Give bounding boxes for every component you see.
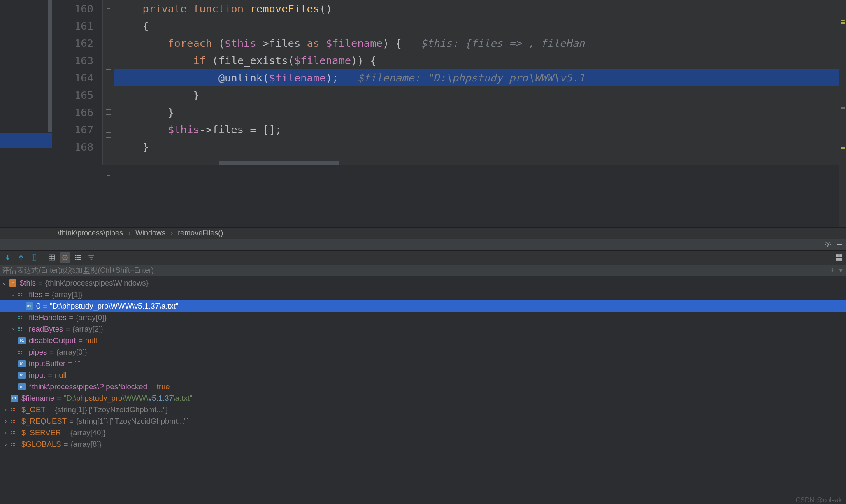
fold-column[interactable] (102, 0, 114, 165)
chevron-right-icon: › (128, 229, 130, 237)
svg-rect-36 (11, 408, 12, 409)
list-button[interactable] (73, 252, 84, 263)
var-get[interactable]: › $_GET = {string[1]} ["TzoyNzoidGhpbmt.… (0, 404, 846, 416)
code-editor[interactable]: 160 161 162 163 164 165 166 167 168 (52, 0, 846, 227)
svg-rect-33 (21, 351, 22, 352)
chevron-right-icon[interactable]: › (2, 430, 9, 436)
scalar-icon: 01 (11, 395, 18, 402)
gear-icon[interactable] (825, 241, 831, 248)
svg-rect-40 (11, 420, 12, 421)
fold-marker-icon[interactable] (106, 132, 111, 138)
code-line-162[interactable]: foreach ($this->files as $filename) { $t… (114, 35, 846, 52)
layout-icon[interactable] (835, 254, 843, 261)
svg-rect-22 (18, 295, 20, 296)
svg-point-11 (75, 255, 76, 256)
table-view-button[interactable] (46, 252, 57, 263)
debug-panel-header (0, 239, 846, 250)
chevron-down-icon[interactable]: ⌄ (10, 291, 16, 297)
svg-rect-19 (836, 258, 842, 261)
var-inputBuffer[interactable]: 01 inputBuffer = "" (0, 358, 846, 369)
code-line-163[interactable]: if (file_exists($filename)) { (114, 52, 846, 69)
svg-point-0 (827, 244, 829, 245)
svg-rect-44 (11, 431, 12, 432)
fold-marker-icon[interactable] (106, 109, 111, 115)
horizontal-scrollbar[interactable] (219, 161, 339, 165)
svg-rect-43 (13, 422, 15, 423)
svg-rect-28 (18, 327, 20, 329)
scalar-icon: 01 (18, 383, 26, 390)
gutter: 160 161 162 163 164 165 166 167 168 (52, 0, 102, 165)
chevron-right-icon[interactable]: › (2, 406, 9, 413)
object-icon: ≡ (9, 279, 16, 287)
target-button[interactable] (60, 252, 70, 263)
svg-rect-21 (21, 293, 22, 294)
var-fileHandles[interactable]: fileHandles = {array[0]} (0, 312, 846, 323)
fold-marker-icon[interactable] (106, 46, 111, 51)
chevron-right-icon[interactable]: › (2, 441, 9, 447)
svg-rect-1 (837, 244, 842, 245)
variables-panel[interactable]: ⌄ ≡ $this = {think\process\pipes\Windows… (0, 276, 846, 504)
breadcrumb[interactable]: \think\process\pipes › Windows › removeF… (0, 227, 846, 239)
svg-point-7 (64, 257, 65, 258)
var-input[interactable]: 01 input = null (0, 369, 846, 381)
breadcrumb-item[interactable]: Windows (135, 229, 165, 237)
code-line-160[interactable]: private function removeFiles() (114, 0, 846, 17)
scalar-icon: 01 (18, 337, 26, 344)
watermark: CSDN @coleak (796, 497, 842, 504)
svg-rect-46 (11, 433, 12, 434)
var-filename[interactable]: 01 $filename = "D:\phpstudy_pro\WWW\v5.1… (0, 393, 846, 404)
fold-marker-icon[interactable] (106, 69, 111, 74)
minimize-icon[interactable] (836, 241, 843, 248)
var-files-0[interactable]: 01 0 = "D:\phpstudy_pro\WWW\v5.1.37\a.tx… (0, 300, 846, 312)
svg-rect-50 (11, 445, 12, 446)
fold-marker-icon[interactable] (106, 6, 111, 11)
code-line-164-current[interactable]: @unlink($filename); $filename: "D:\phpst… (114, 69, 846, 86)
filter-button[interactable] (86, 252, 97, 263)
var-files[interactable]: ⌄ files = {array[1]} (0, 289, 846, 300)
breadcrumb-item[interactable]: \think\process\pipes (58, 229, 123, 237)
step-down-button[interactable] (2, 252, 13, 263)
svg-rect-18 (839, 254, 842, 257)
code-line-166[interactable]: } (114, 104, 846, 121)
code-line-168[interactable]: } (114, 138, 846, 156)
svg-rect-37 (13, 408, 15, 409)
array-icon (18, 325, 26, 333)
var-readBytes[interactable]: › readBytes = {array[2]} (0, 323, 846, 335)
var-pipes[interactable]: pipes = {array[0]} (0, 346, 846, 358)
add-icon[interactable]: + (831, 266, 835, 275)
var-server[interactable]: › $_SERVER = {array[40]} (0, 427, 846, 439)
cursor-button[interactable] (29, 252, 40, 263)
svg-rect-39 (13, 410, 15, 411)
scalar-icon: 01 (26, 302, 33, 310)
var-request[interactable]: › $_REQUEST = {string[1]} ["TzoyNzoidGhp… (0, 416, 846, 427)
var-disableOutput[interactable]: 01 disableOutput = null (0, 335, 846, 346)
step-up-button[interactable] (16, 252, 26, 263)
svg-rect-20 (18, 293, 20, 294)
chevron-right-icon[interactable]: › (10, 326, 16, 332)
svg-rect-23 (21, 295, 22, 296)
svg-rect-24 (18, 316, 20, 317)
svg-rect-35 (21, 353, 22, 354)
var-blocked[interactable]: 01 *think\process\pipes\Pipes*blocked = … (0, 381, 846, 393)
chevron-down-icon[interactable]: ⌄ (1, 280, 7, 286)
svg-rect-34 (18, 353, 20, 354)
fold-marker-icon[interactable] (106, 173, 111, 178)
evaluate-expression-bar[interactable]: 评估表达式(Enter)或添加监视(Ctrl+Shift+Enter) + ▾ (0, 265, 846, 276)
svg-rect-27 (21, 318, 22, 319)
chevron-right-icon[interactable]: › (2, 418, 9, 424)
array-icon (11, 406, 18, 413)
project-sidebar[interactable] (0, 0, 52, 227)
breadcrumb-item[interactable]: removeFiles() (178, 229, 223, 237)
sidebar-scrollbar[interactable] (48, 0, 52, 132)
svg-point-12 (75, 257, 76, 258)
code-line-167[interactable]: $this->files = []; (114, 121, 846, 138)
dropdown-icon[interactable]: ▾ (839, 266, 843, 275)
var-globals[interactable]: › $GLOBALS = {array[8]} (0, 439, 846, 450)
code-text-area[interactable]: private function removeFiles() { foreach… (114, 0, 846, 165)
code-line-165[interactable]: } (114, 86, 846, 104)
minimap[interactable] (839, 0, 846, 227)
var-this[interactable]: ⌄ ≡ $this = {think\process\pipes\Windows… (0, 277, 846, 289)
code-line-161[interactable]: { (114, 17, 846, 35)
scalar-icon: 01 (18, 360, 26, 367)
svg-rect-31 (21, 330, 22, 331)
